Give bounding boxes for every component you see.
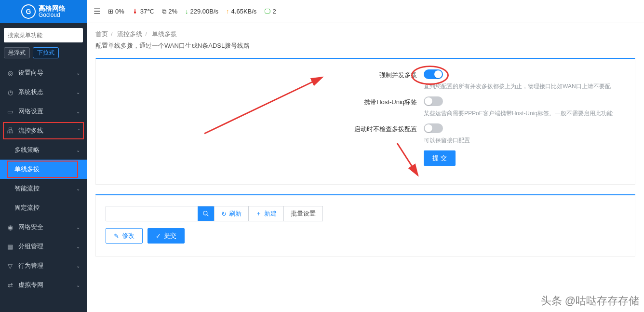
chevron-down-icon: ⌄	[76, 186, 80, 191]
monitor-icon: 🖵	[264, 8, 270, 15]
logo[interactable]: G 高格网络 Gocloud	[0, 0, 87, 23]
refresh-button[interactable]: ↻刷新	[214, 206, 249, 221]
search-input[interactable]	[4, 28, 83, 42]
nav-behavior-manage[interactable]: ▽行为管理⌄	[0, 256, 87, 275]
chevron-down-icon: ⌄	[76, 244, 80, 249]
vpn-icon: ⇄	[7, 282, 13, 289]
nav-network-security[interactable]: ◉网络安全⌄	[0, 217, 87, 237]
mode-dropdown[interactable]: 下拉式	[33, 47, 59, 58]
group-icon: ▤	[7, 243, 13, 250]
new-button[interactable]: ＋新建	[248, 206, 284, 221]
nav-system-status[interactable]: ◷系统状态⌄	[0, 82, 87, 102]
nav-vpn[interactable]: ⇄虚拟专网⌄	[0, 275, 87, 295]
list-search-input[interactable]	[106, 206, 198, 221]
chevron-down-icon: ⌄	[76, 70, 80, 76]
list-panel: ↻刷新 ＋新建 批量设置 ✎修改 ✓提交	[95, 194, 635, 257]
main: ☰ ⊞0% 🌡37℃ ⧉2% ↓229.00B/s ↑4.65KB/s 🖵2 首…	[87, 0, 644, 312]
chevron-up-icon: ˄	[78, 128, 80, 134]
batch-button[interactable]: 批量设置	[283, 206, 323, 221]
logo-icon: G	[21, 4, 36, 19]
topbar: ☰ ⊞0% 🌡37℃ ⧉2% ↓229.00B/s ↑4.65KB/s 🖵2	[87, 0, 644, 23]
nav-flow-multiline[interactable]: 品流控多线˄	[0, 121, 87, 140]
plus-icon: ＋	[255, 209, 262, 218]
svg-point-4	[203, 211, 207, 215]
crumb-home[interactable]: 首页	[95, 30, 108, 38]
nav-sub-multiline-policy[interactable]: 多线策略⌄	[0, 140, 87, 160]
mode-float[interactable]: 悬浮式	[4, 47, 30, 58]
sidebar-search[interactable]	[4, 28, 83, 42]
check-icon: ✓	[156, 232, 161, 240]
flow-icon: 品	[7, 126, 13, 135]
list-toolbar: ↻刷新 ＋新建 批量设置	[106, 206, 625, 221]
menu-toggle-icon[interactable]: ☰	[94, 7, 100, 16]
label-force-concurrent: 强制并发多拨	[106, 69, 424, 80]
wizard-icon: ◎	[7, 69, 13, 77]
list-search[interactable]	[106, 206, 215, 221]
svg-line-5	[207, 215, 209, 217]
refresh-icon: ↻	[221, 210, 227, 217]
hint-skip-check: 可以保留接口配置	[424, 136, 625, 145]
switch-skip-check[interactable]	[424, 123, 443, 133]
chevron-down-icon: ⌄	[76, 283, 80, 288]
nav-sub-smart-flow[interactable]: 智能流控⌄	[0, 179, 87, 198]
memory-icon: ⧉	[162, 8, 166, 15]
crumb-flow[interactable]: 流控多线	[117, 30, 142, 38]
label-skip-check: 启动时不检查多拨配置	[106, 123, 424, 134]
nav-sub-single-multi-dial[interactable]: 单线多拨	[0, 160, 87, 179]
label-host-uniq: 携带Host-Uniq标签	[106, 96, 424, 107]
switch-force-concurrent[interactable]	[424, 69, 443, 79]
hint-host-uniq: 某些运营商需要PPPoE客户端携带Host-Uniq标签。一般不需要启用此功能	[424, 109, 625, 118]
nav-sub-fixed-flow[interactable]: 固定流控	[0, 198, 87, 217]
chevron-down-icon: ⌄	[76, 148, 80, 153]
brand-cn: 高格网络	[39, 5, 66, 12]
behavior-icon: ▽	[7, 262, 13, 270]
edit-icon: ✎	[114, 232, 119, 240]
download-icon: ↓	[185, 8, 188, 15]
switch-host-uniq[interactable]	[424, 96, 443, 106]
network-icon: ▭	[7, 108, 13, 115]
page-description: 配置单线多拨，通过一个WAN口生成N条ADSL拨号线路	[95, 41, 635, 50]
crumb-current: 单线多拨	[152, 30, 177, 38]
brand-en: Gocloud	[39, 12, 66, 18]
chevron-down-icon: ⌄	[76, 225, 80, 230]
status-icon: ◷	[7, 89, 13, 96]
submit-button[interactable]: 提 交	[424, 150, 456, 166]
chevron-down-icon: ⌄	[76, 109, 80, 114]
cpu-icon: ⊞	[108, 8, 113, 15]
content: 首页/ 流控多线/ 单线多拨 配置单线多拨，通过一个WAN口生成N条ADSL拨号…	[87, 23, 644, 312]
chevron-down-icon: ⌄	[76, 263, 80, 269]
mem-stat: ⧉2%	[162, 8, 177, 15]
list-search-button[interactable]	[198, 206, 214, 221]
nav: ◎设置向导⌄ ◷系统状态⌄ ▭网络设置⌄ 品流控多线˄ 多线策略⌄ 单线多拨 智…	[0, 63, 87, 312]
down-speed: ↓229.00B/s	[185, 8, 218, 15]
config-panel: 强制并发多拨 直到您配置的所有并发多拨都拨上为止，物理接口比如WAN口上请不要配…	[95, 58, 635, 185]
nav-setup-wizard[interactable]: ◎设置向导⌄	[0, 63, 87, 82]
upload-icon: ↑	[226, 8, 229, 15]
clients-stat: 🖵2	[264, 8, 276, 15]
breadcrumb: 首页/ 流控多线/ 单线多拨	[95, 30, 635, 39]
cpu-stat: ⊞0%	[108, 8, 124, 15]
edit-button[interactable]: ✎修改	[106, 228, 143, 244]
nav-network-settings[interactable]: ▭网络设置⌄	[0, 102, 87, 121]
temp-stat: 🌡37℃	[132, 8, 154, 15]
shield-icon: ◉	[7, 224, 13, 231]
chevron-down-icon: ⌄	[76, 90, 80, 95]
list-submit-button[interactable]: ✓提交	[148, 228, 185, 244]
nav-group-manage[interactable]: ▤分组管理⌄	[0, 237, 87, 256]
hint-force-concurrent: 直到您配置的所有并发多拨都拨上为止，物理接口比如WAN口上请不要配	[424, 82, 625, 91]
thermometer-icon: 🌡	[132, 8, 138, 15]
up-speed: ↑4.65KB/s	[226, 8, 256, 15]
sidebar: G 高格网络 Gocloud 悬浮式 下拉式 ◎设置向导⌄ ◷系统状态⌄ ▭网络…	[0, 0, 87, 312]
